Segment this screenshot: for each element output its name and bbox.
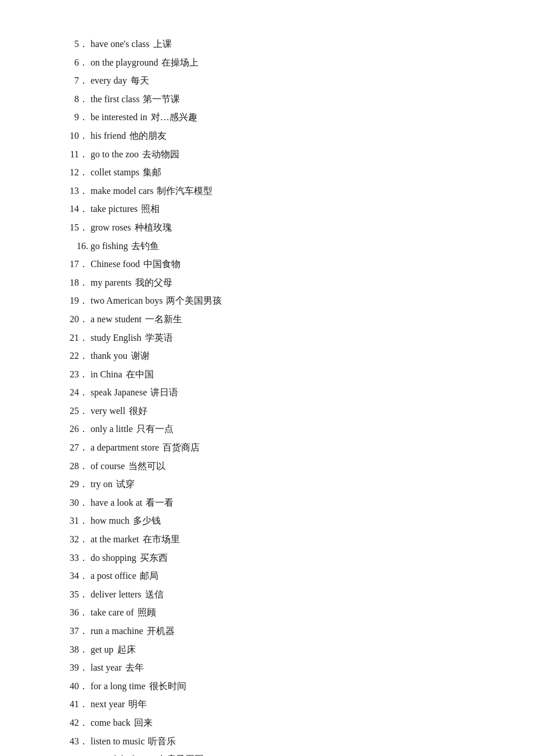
list-item: 34．a post office邮局 bbox=[70, 567, 464, 585]
item-number: 41． bbox=[70, 696, 88, 713]
item-number: 8． bbox=[70, 91, 88, 108]
item-english: only a little bbox=[91, 424, 133, 434]
item-number: 9． bbox=[70, 109, 88, 126]
item-english: at the market bbox=[91, 534, 139, 544]
item-number: 39． bbox=[70, 659, 88, 676]
list-item: 16.go fishing去钓鱼 bbox=[70, 237, 464, 255]
item-number: 38． bbox=[70, 641, 88, 658]
item-english: do shopping bbox=[91, 553, 136, 563]
item-chinese: 集邮 bbox=[143, 167, 161, 177]
item-chinese: 很好 bbox=[129, 406, 147, 416]
item-number: 20． bbox=[70, 311, 88, 328]
item-number: 29． bbox=[70, 476, 88, 493]
item-number: 7． bbox=[70, 72, 88, 89]
item-english: his friend bbox=[91, 131, 126, 141]
item-english: a department store bbox=[91, 442, 159, 452]
item-chinese: 在中国 bbox=[126, 369, 154, 379]
list-item: 11．go to the zoo去动物园 bbox=[70, 145, 464, 164]
item-number: 5． bbox=[70, 35, 88, 53]
item-chinese: 明年 bbox=[128, 699, 147, 709]
item-chinese: 试穿 bbox=[116, 479, 135, 489]
list-item: 21．study English学英语 bbox=[70, 329, 464, 347]
item-chinese: 照相 bbox=[141, 204, 160, 214]
item-english: last year bbox=[91, 663, 122, 672]
list-item: 36．take care of照顾 bbox=[70, 603, 464, 622]
item-english: come back bbox=[91, 718, 131, 728]
item-number: 36． bbox=[70, 604, 88, 621]
list-item: 30．have a look at看一看 bbox=[70, 494, 464, 512]
item-english: try on bbox=[91, 479, 113, 489]
item-english: of course bbox=[91, 461, 125, 471]
list-item: 5．have one's class上课 bbox=[70, 35, 464, 53]
item-chinese: 在市场里 bbox=[143, 534, 180, 544]
list-item: 42．come back回来 bbox=[70, 714, 464, 732]
list-item: 28．of course当然可以 bbox=[70, 457, 464, 476]
item-chinese: 去年 bbox=[125, 663, 144, 672]
item-number: 18． bbox=[70, 274, 88, 291]
list-item: 7．every day每天 bbox=[70, 71, 464, 90]
item-english: two American boys bbox=[91, 296, 163, 305]
item-number: 33． bbox=[70, 549, 88, 567]
list-item: 23．in China在中国 bbox=[70, 365, 464, 384]
item-chinese: 当然可以 bbox=[128, 461, 165, 471]
list-item: 41．next year明年 bbox=[70, 695, 464, 714]
item-number: 40． bbox=[70, 678, 88, 695]
item-chinese: 谢谢 bbox=[131, 351, 150, 361]
item-chinese: 对…感兴趣 bbox=[151, 112, 197, 122]
item-number: 6． bbox=[70, 54, 88, 71]
item-english: speak Japanese bbox=[91, 387, 147, 397]
item-english: have one's class bbox=[91, 39, 150, 49]
item-english: listen to music bbox=[91, 736, 145, 746]
list-item: 39．last year去年 bbox=[70, 658, 464, 677]
list-item: 9．be interested in对…感兴趣 bbox=[70, 108, 464, 127]
item-number: 34． bbox=[70, 567, 88, 585]
list-item: 24．speak Japanese讲日语 bbox=[70, 383, 464, 402]
item-number: 26． bbox=[70, 420, 88, 438]
item-chinese: 制作汽车模型 bbox=[157, 186, 212, 196]
item-number: 32． bbox=[70, 531, 88, 548]
item-english: in China bbox=[91, 369, 122, 379]
list-item: 17．Chinese food中国食物 bbox=[70, 255, 464, 273]
list-item: 13．make model cars制作汽车模型 bbox=[70, 182, 464, 200]
item-english: go to the zoo bbox=[91, 149, 139, 159]
list-item: 38．get up起床 bbox=[70, 640, 464, 659]
item-number: 24． bbox=[70, 384, 88, 401]
item-english: take pictures bbox=[91, 204, 138, 214]
item-english: a new student bbox=[91, 314, 142, 324]
list-item: 31．how much多少钱 bbox=[70, 512, 464, 530]
item-chinese: 第一节课 bbox=[143, 94, 180, 104]
item-english: thank you bbox=[91, 351, 128, 361]
item-chinese: 多少钱 bbox=[133, 516, 161, 525]
item-english: very well bbox=[91, 406, 125, 416]
item-chinese: 一名新生 bbox=[145, 314, 182, 324]
list-item: 29．try on试穿 bbox=[70, 475, 464, 494]
item-english: Chinese food bbox=[91, 259, 140, 269]
item-chinese: 开机器 bbox=[147, 626, 175, 636]
item-chinese: 学英语 bbox=[145, 333, 173, 343]
item-english: get up bbox=[91, 645, 114, 654]
list-item: 26．only a little只有一点 bbox=[70, 420, 464, 438]
item-chinese: 去钓鱼 bbox=[131, 241, 159, 251]
item-number: 17． bbox=[70, 255, 88, 273]
item-number: 28． bbox=[70, 458, 88, 475]
list-item: 10．his friend他的朋友 bbox=[70, 127, 464, 145]
item-chinese: 去动物园 bbox=[142, 149, 179, 159]
list-item: 33．do shopping买东西 bbox=[70, 549, 464, 567]
item-number: 12． bbox=[70, 164, 88, 181]
item-english: how much bbox=[91, 516, 129, 525]
item-number: 30． bbox=[70, 494, 88, 512]
item-chinese: 上课 bbox=[153, 39, 172, 49]
item-chinese: 听音乐 bbox=[148, 736, 176, 746]
item-number: 10． bbox=[70, 127, 88, 145]
item-number: 44． bbox=[70, 751, 88, 756]
list-item: 18．my parents我的父母 bbox=[70, 273, 464, 292]
item-english: study English bbox=[91, 333, 142, 343]
item-english: make model cars bbox=[91, 186, 153, 196]
item-chinese: 我的父母 bbox=[135, 278, 172, 287]
item-english: for a long time bbox=[91, 681, 146, 691]
item-chinese: 看一看 bbox=[146, 498, 174, 507]
item-english: next year bbox=[91, 699, 125, 709]
item-chinese: 他的朋友 bbox=[129, 131, 167, 141]
item-english: collet stamps bbox=[91, 167, 139, 177]
list-item: 14．take pictures照相 bbox=[70, 200, 464, 218]
